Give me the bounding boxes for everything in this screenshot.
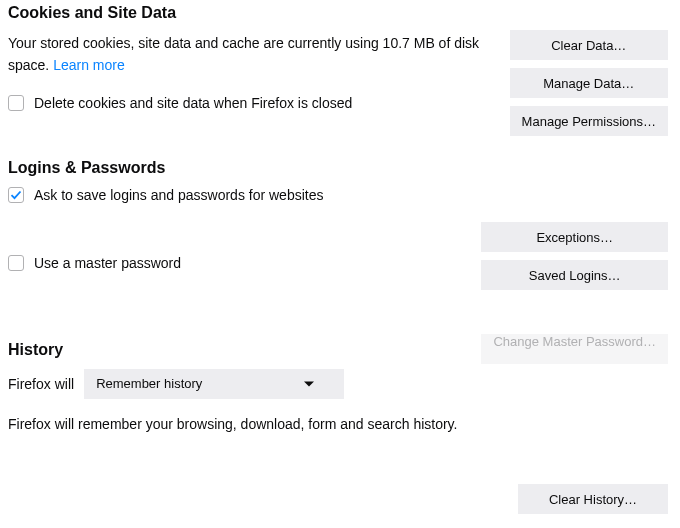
cookies-section: Cookies and Site Data Your stored cookie… [8, 4, 670, 111]
delete-on-close-label: Delete cookies and site data when Firefo… [34, 95, 352, 111]
logins-section: Logins & Passwords Ask to save logins an… [8, 159, 670, 271]
master-pw-checkbox[interactable] [8, 255, 24, 271]
history-mode-row: Firefox will Remember history [8, 369, 670, 399]
cookies-heading: Cookies and Site Data [8, 4, 670, 22]
exceptions-button[interactable]: Exceptions… [481, 222, 668, 252]
logins-heading: Logins & Passwords [8, 159, 670, 177]
chevron-down-icon [304, 381, 314, 386]
ask-save-row: Ask to save logins and passwords for web… [8, 187, 670, 203]
cookies-button-column: Clear Data… Manage Data… Manage Permissi… [510, 30, 668, 136]
clear-data-button[interactable]: Clear Data… [510, 30, 668, 60]
change-master-password-button: Change Master Password… [481, 334, 668, 364]
cookies-desc-prefix: Your stored cookies, site data and cache… [8, 35, 383, 51]
manage-data-button[interactable]: Manage Data… [510, 68, 668, 98]
learn-more-link[interactable]: Learn more [53, 57, 125, 73]
history-summary: Firefox will remember your browsing, dow… [8, 413, 488, 435]
logins-button-column: Exceptions… Saved Logins… Change Master … [481, 222, 668, 364]
manage-permissions-button[interactable]: Manage Permissions… [510, 106, 668, 136]
cookies-usage-value: 10.7 MB [383, 35, 435, 51]
history-mode-select[interactable]: Remember history [84, 369, 344, 399]
cookies-description: Your stored cookies, site data and cache… [8, 32, 508, 77]
checkmark-icon [10, 189, 22, 201]
saved-logins-button[interactable]: Saved Logins… [481, 260, 668, 290]
history-mode-selected: Remember history [96, 376, 202, 391]
history-button-column: Clear History… [518, 484, 668, 514]
clear-history-button[interactable]: Clear History… [518, 484, 668, 514]
ask-save-checkbox[interactable] [8, 187, 24, 203]
ask-save-label: Ask to save logins and passwords for web… [34, 187, 323, 203]
master-pw-label: Use a master password [34, 255, 181, 271]
delete-on-close-checkbox[interactable] [8, 95, 24, 111]
firefox-will-label: Firefox will [8, 376, 74, 392]
